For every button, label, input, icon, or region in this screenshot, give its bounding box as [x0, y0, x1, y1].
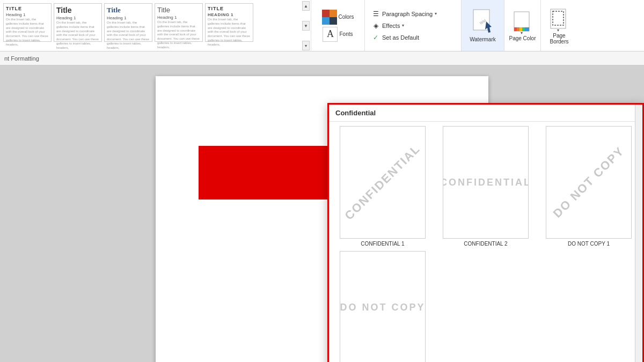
watermark-svg: WM: [471, 9, 495, 36]
panel-body: CONFIDENTIAL CONFIDENTIAL 1 CONFIDENTIAL…: [329, 122, 642, 362]
effects-chevron: ▾: [402, 23, 404, 28]
style-item-4[interactable]: Title Heading 1 On the Insert tab, the g…: [155, 3, 203, 42]
fonts-button[interactable]: A Fonts: [323, 27, 353, 42]
paragraph-spacing-button[interactable]: ☰ Paragraph Spacing ▾: [369, 9, 457, 19]
fonts-label: Fonts: [339, 31, 353, 37]
wm-label-dnc1: DO NOT COPY 1: [568, 241, 610, 247]
style-heading-4: Heading 1: [157, 15, 200, 20]
formatting-bar-label: nt Formatting: [4, 55, 39, 62]
document-area: nt Formatting Confidential CONFIDENTIAL …: [0, 51, 644, 362]
panel-header: Confidential: [329, 105, 642, 122]
style-text-3: On the Insert tab, the galleries include…: [107, 21, 150, 50]
color-sq-1: [322, 10, 330, 17]
style-heading-2: Heading 1: [56, 16, 99, 20]
watermark-icon: WM: [471, 9, 495, 36]
wm-text-conf1: CONFIDENTIAL: [342, 142, 423, 223]
set-default-checkmark: ✓: [371, 33, 380, 42]
style-heading-3: Heading 1: [107, 16, 150, 20]
wm-text-dnc2: DO NOT COPY: [340, 302, 426, 313]
watermark-item-dnc2[interactable]: DO NOT COPY DO NOT COPY 2: [333, 251, 432, 362]
wm-card-dnc1: DO NOT COPY: [546, 126, 632, 239]
page-color-svg: ▾: [513, 11, 532, 34]
page-color-button[interactable]: ▾ Page Color: [504, 0, 541, 51]
colors-button[interactable]: Colors: [322, 10, 354, 25]
style-title-2: Title: [56, 6, 99, 14]
page-borders-label: Page Borders: [543, 33, 575, 45]
fonts-icon: A: [323, 27, 338, 42]
page-borders-button[interactable]: ▾ Page Borders: [541, 0, 577, 51]
color-sq-2: [330, 10, 337, 17]
arrow-body: [199, 146, 349, 200]
watermark-item-conf1[interactable]: CONFIDENTIAL CONFIDENTIAL 1: [333, 126, 432, 247]
color-sq-3: [322, 17, 330, 25]
wm-text-conf2: CONFIDENTIAL: [443, 177, 529, 188]
style-item-3[interactable]: Title Heading 1 On the Insert tab, the g…: [104, 3, 152, 42]
style-text-2: On the Insert tab, the galleries include…: [56, 21, 99, 50]
paragraph-spacing-chevron: ▾: [435, 11, 437, 16]
wm-card-dnc2: DO NOT COPY: [340, 251, 426, 362]
page-color-icon: ▾: [512, 10, 533, 35]
gallery-scroll: ▲ ▼ ▾: [302, 0, 310, 51]
style-heading-5: HEADING 1: [208, 12, 251, 17]
wm-card-conf2: CONFIDENTIAL: [443, 126, 529, 239]
wm-label-conf1: CONFIDENTIAL 1: [361, 241, 404, 247]
color-squares: [322, 10, 337, 25]
colors-fonts-group: Colors A Fonts: [311, 0, 365, 51]
gallery-scroll-up[interactable]: ▲: [302, 1, 310, 11]
wm-label-conf2: CONFIDENTIAL 2: [464, 241, 507, 247]
wm-card-conf1: CONFIDENTIAL: [340, 126, 426, 239]
style-text-4: On the Insert tab, the galleries include…: [157, 20, 200, 50]
style-item-1[interactable]: TITLE Heading 1 On the Insert tab, the g…: [3, 3, 52, 42]
style-title-5: TITLE: [208, 6, 251, 11]
panel-scrollbar[interactable]: [635, 105, 642, 362]
watermark-button[interactable]: WM Watermark: [462, 0, 504, 51]
svg-rect-6: [517, 27, 519, 31]
color-sq-4: [330, 17, 337, 25]
colors-label: Colors: [339, 14, 354, 20]
watermark-grid-top: CONFIDENTIAL CONFIDENTIAL 1 CONFIDENTIAL…: [333, 126, 638, 247]
watermark-panel: Confidential CONFIDENTIAL CONFIDENTIAL 1…: [327, 103, 644, 362]
formatting-bar: nt Formatting: [0, 51, 644, 65]
gallery-scroll-more[interactable]: ▾: [302, 41, 310, 50]
paragraph-spacing-icon: ☰: [371, 10, 380, 18]
watermark-item-dnc1[interactable]: DO NOT COPY DO NOT COPY 1: [539, 126, 638, 247]
svg-text:▾: ▾: [557, 28, 559, 32]
set-as-default-button[interactable]: ✓ Set as Default: [369, 32, 457, 43]
gallery-scroll-down[interactable]: ▼: [302, 21, 310, 31]
page-color-label: Page Color: [509, 35, 536, 41]
style-heading-1: Heading 1: [6, 12, 49, 17]
ribbon: TITLE Heading 1 On the Insert tab, the g…: [0, 0, 644, 51]
style-gallery: TITLE Heading 1 On the Insert tab, the g…: [0, 0, 311, 51]
style-title-1: TITLE: [6, 6, 49, 11]
style-item-2[interactable]: Title Heading 1 On the Insert tab, the g…: [54, 3, 102, 42]
style-item-5[interactable]: TITLE HEADING 1 On the Insert tab, the g…: [205, 3, 253, 42]
effects-button[interactable]: ◈ Effects ▾: [369, 20, 457, 31]
style-text-1: On the Insert tab, the galleries include…: [6, 18, 49, 47]
style-items: TITLE Heading 1 On the Insert tab, the g…: [3, 2, 308, 43]
effects-icon: ◈: [371, 21, 380, 30]
watermark-item-conf2[interactable]: CONFIDENTIAL CONFIDENTIAL 2: [436, 126, 535, 247]
style-title-3: Title: [107, 6, 150, 14]
watermark-grid-bottom: DO NOT COPY DO NOT COPY 2: [333, 251, 638, 362]
doc-formatting-controls: ☰ Paragraph Spacing ▾ ◈ Effects ▾ ✓ Set …: [365, 0, 462, 51]
style-text-5: On the Insert tab, the galleries include…: [208, 18, 251, 47]
page-borders-icon: ▾: [548, 7, 570, 33]
wm-text-dnc1: DO NOT COPY: [551, 144, 627, 221]
svg-text:▾: ▾: [521, 31, 523, 34]
watermark-label: Watermark: [470, 36, 496, 42]
page-borders-svg: ▾: [550, 8, 569, 32]
style-title-4: Title: [157, 6, 200, 14]
svg-rect-5: [514, 27, 517, 31]
svg-rect-9: [525, 27, 529, 31]
